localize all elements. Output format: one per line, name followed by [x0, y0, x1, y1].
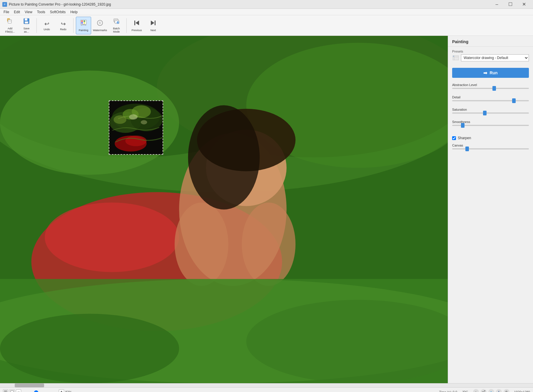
close-button[interactable]: ✕	[517, 0, 531, 9]
zoom-actual-button[interactable]	[9, 389, 15, 392]
preset-select[interactable]: Watercolor drawing - Default Oil Paintin…	[461, 54, 529, 61]
abstraction-slider[interactable]	[452, 88, 529, 89]
preview-svg	[109, 101, 163, 154]
smoothness-slider-container: Smoothness	[452, 120, 529, 129]
redo-button[interactable]: ↪ Redo	[56, 17, 71, 34]
app-icon: P	[2, 2, 7, 7]
toolbar: AddFile(s)... Saveas... ↩ Undo ↪ Redo	[0, 15, 533, 36]
svg-point-30	[45, 203, 179, 272]
status-left: − + 82%	[3, 389, 76, 392]
preset-icon	[452, 54, 459, 61]
status-settings-icon[interactable]: ⚙	[504, 389, 509, 392]
maximize-button[interactable]: ☐	[504, 0, 517, 9]
painting-label: Painting	[79, 29, 88, 32]
sharpen-checkbox[interactable]	[452, 136, 456, 140]
format-display: JPG	[462, 390, 468, 392]
previous-button[interactable]: Previous	[129, 17, 144, 34]
run-button[interactable]: ➡ Run	[452, 68, 529, 78]
undo-button[interactable]: ↩ Undo	[39, 17, 54, 34]
abstraction-slider-container: Abstraction Level	[452, 83, 529, 92]
svg-marker-19	[136, 21, 139, 25]
svg-rect-56	[4, 391, 5, 392]
redo-icon: ↪	[61, 20, 66, 27]
watermarks-icon: ©	[96, 19, 103, 28]
svg-marker-21	[151, 21, 154, 25]
detail-slider-container: Detail	[452, 95, 529, 104]
scrollbar-thumb-horizontal[interactable]	[15, 383, 44, 387]
svg-text:©: ©	[99, 21, 101, 25]
zoom-controls: − + 82%	[3, 389, 76, 392]
batch-mode-button[interactable]: BatchMode	[109, 17, 124, 34]
svg-point-51	[141, 120, 147, 124]
horizontal-scrollbar[interactable]	[0, 383, 533, 387]
detail-slider[interactable]	[452, 100, 529, 101]
presets-section: Presets Watercolor drawing - Default Oil…	[448, 47, 533, 68]
svg-rect-7	[25, 22, 28, 23]
title-bar: P Picture to Painting Converter Pro - gi…	[0, 0, 533, 9]
next-icon	[149, 19, 157, 28]
run-label: Run	[489, 70, 497, 75]
status-facebook-icon[interactable]: f	[496, 389, 502, 392]
add-files-label: AddFile(s)...	[5, 27, 15, 33]
canvas-slider[interactable]	[452, 148, 529, 149]
svg-rect-9	[81, 21, 83, 22]
previous-label: Previous	[131, 29, 142, 32]
svg-point-36	[188, 105, 260, 210]
svg-rect-11	[81, 22, 83, 23]
status-home-icon[interactable]: ⌂	[473, 389, 479, 392]
next-button[interactable]: Next	[146, 17, 161, 34]
sharpen-row: Sharpen	[448, 134, 533, 142]
smoothness-slider[interactable]	[452, 125, 529, 126]
redo-label: Redo	[60, 28, 66, 31]
svg-rect-60	[11, 391, 14, 392]
resolution-display: 1920x1280	[514, 390, 530, 392]
menu-file[interactable]: File	[1, 9, 11, 15]
main-area: Painting Presets Watercolor drawing - De…	[0, 36, 533, 383]
menu-softorbits[interactable]: SoftOrbits	[48, 9, 68, 15]
saturation-slider[interactable]	[452, 112, 529, 114]
watermarks-button[interactable]: © Watermarks	[92, 17, 108, 34]
saturation-slider-container: Saturation	[452, 108, 529, 117]
canvas-area[interactable]	[0, 36, 448, 383]
menu-help[interactable]: Help	[68, 9, 80, 15]
menu-bar: File Edit View Tools SoftOrbits Help	[0, 9, 533, 15]
status-right: Time (s): 0.0 JPG ⌂ t f ⚙ 1920x1280	[439, 389, 530, 392]
add-files-icon	[6, 18, 14, 26]
run-arrow-icon: ➡	[483, 70, 487, 76]
window-title: Picture to Painting Converter Pro - girl…	[9, 2, 111, 6]
svg-rect-55	[453, 56, 454, 57]
window-controls: – ☐ ✕	[490, 0, 531, 9]
toolbar-separator-1	[36, 18, 37, 33]
status-nav-icons: ⌂ t f ⚙	[473, 389, 509, 392]
svg-rect-5	[25, 18, 27, 21]
save-as-label: Saveas...	[24, 27, 30, 33]
save-as-button[interactable]: Saveas...	[19, 17, 34, 34]
menu-edit[interactable]: Edit	[11, 9, 22, 15]
right-panel: Painting Presets Watercolor drawing - De…	[448, 36, 533, 383]
zoom-out-button[interactable]: −	[16, 389, 21, 392]
svg-point-32	[175, 203, 228, 286]
zoom-in-button[interactable]: +	[59, 389, 64, 392]
toolbar-separator-2	[73, 18, 73, 33]
add-files-button[interactable]: AddFile(s)...	[2, 17, 18, 34]
zoom-fit-button[interactable]	[3, 389, 8, 392]
status-twitter-icon[interactable]: t	[488, 389, 494, 392]
undo-label: Undo	[44, 28, 50, 31]
time-display: Time (s): 0.0	[439, 390, 457, 392]
menu-view[interactable]: View	[22, 9, 35, 15]
photo-overlay	[0, 36, 448, 383]
menu-tools[interactable]: Tools	[35, 9, 48, 15]
svg-point-50	[129, 114, 138, 120]
svg-rect-12	[83, 22, 85, 23]
svg-point-33	[242, 203, 295, 286]
zoom-value: 82%	[65, 390, 76, 392]
preview-inner	[109, 101, 163, 154]
minimize-button[interactable]: –	[490, 0, 504, 9]
status-bar: − + 82% Time (s): 0.0 JPG ⌂ t f	[0, 387, 533, 392]
painting-icon	[80, 19, 87, 28]
presets-label: Presets	[452, 50, 529, 53]
painting-button[interactable]: Painting	[76, 17, 91, 34]
preset-row: Watercolor drawing - Default Oil Paintin…	[452, 54, 529, 61]
status-share-icon[interactable]	[481, 389, 487, 392]
undo-icon: ↩	[44, 20, 49, 27]
